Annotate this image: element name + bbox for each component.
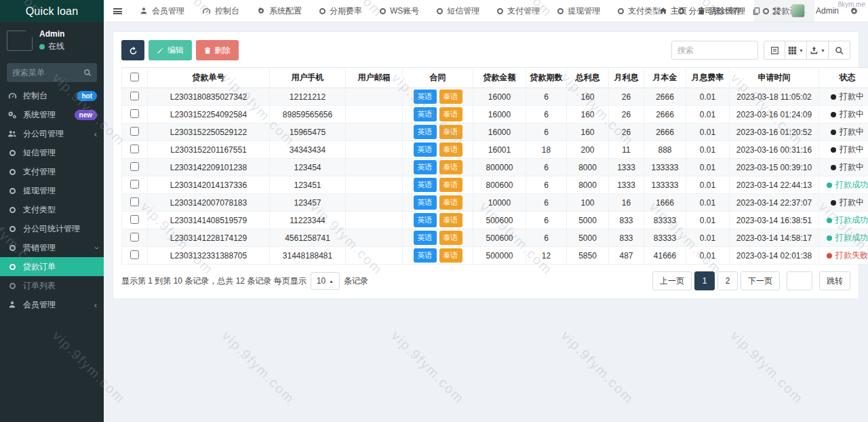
row-checkbox[interactable] (130, 127, 139, 136)
navbar-right: 主页 清除缓存 Admin (650, 0, 868, 22)
contract-english-button[interactable]: 英语 (414, 178, 437, 192)
contract-english-button[interactable]: 英语 (414, 107, 437, 121)
sidebar-item-支付类型[interactable]: 支付类型 (0, 200, 104, 219)
sidebar-item-会员管理[interactable]: 会员管理‹ (0, 295, 104, 314)
table-search-input[interactable] (671, 41, 758, 60)
hot-badge: hot (77, 91, 97, 101)
select-all-checkbox[interactable] (130, 73, 139, 81)
contract-english-button[interactable]: 英语 (414, 248, 437, 263)
fullscreen-icon[interactable] (772, 7, 781, 16)
navbar-username[interactable]: Admin (816, 6, 839, 16)
tab-分期费率[interactable]: 分期费率 (311, 0, 371, 22)
phone-cell: 123457 (270, 194, 346, 212)
order-id-cell: L2303142007078183 (148, 194, 270, 212)
page-button-2[interactable]: 2 (717, 271, 738, 290)
contract-thai-button[interactable]: 泰语 (439, 125, 462, 139)
edit-button[interactable]: 编辑 (149, 40, 192, 60)
page-button-1[interactable]: 1 (694, 271, 715, 290)
row-checkbox[interactable] (130, 109, 139, 118)
copy-icon[interactable] (752, 7, 761, 16)
row-checkbox[interactable] (130, 162, 139, 171)
clear-cache-link[interactable]: 清除缓存 (698, 5, 741, 17)
contract-thai-button[interactable]: 泰语 (439, 195, 462, 210)
next-page-button[interactable]: 下一页 (741, 271, 780, 290)
gear-icon (257, 7, 265, 15)
contract-thai-button[interactable]: 泰语 (439, 142, 462, 157)
sidebar-item-控制台[interactable]: 控制台hot (0, 86, 104, 105)
sidebar-item-分公司统计管理[interactable]: 分公司统计管理 (0, 219, 104, 238)
home-link[interactable]: 主页 (659, 5, 687, 17)
sidebar-item-label: 会员管理 (23, 299, 56, 311)
email-cell (346, 194, 403, 212)
prev-page-button[interactable]: 上一页 (652, 271, 692, 290)
tab-提现管理[interactable]: 提现管理 (549, 0, 609, 22)
jump-page-input[interactable] (787, 271, 812, 290)
row-checkbox[interactable] (130, 197, 139, 206)
tab-会员管理[interactable]: 会员管理 (131, 0, 193, 22)
month-interest-cell: 16 (609, 194, 644, 212)
row-checkbox[interactable] (130, 145, 139, 153)
row-checkbox[interactable] (130, 250, 139, 259)
contract-english-button[interactable]: 英语 (414, 195, 437, 210)
home-icon (659, 7, 667, 15)
sidebar-item-支付管理[interactable]: 支付管理 (0, 162, 104, 181)
refresh-button[interactable] (121, 40, 144, 60)
sidebar-item-分公司管理[interactable]: 分公司管理‹ (0, 124, 104, 143)
sidebar-search[interactable] (7, 63, 97, 82)
paging-toggle-button[interactable] (764, 41, 785, 60)
contract-english-button[interactable]: 英语 (414, 90, 437, 104)
rate-cell: 0.01 (686, 141, 730, 159)
status-badge: 打款中 (831, 197, 864, 208)
tab-短信管理[interactable]: 短信管理 (428, 0, 488, 22)
contract-thai-button[interactable]: 泰语 (439, 107, 462, 121)
contract-thai-button[interactable]: 泰语 (439, 213, 462, 227)
sidebar-item-短信管理[interactable]: 短信管理 (0, 143, 104, 162)
contract-thai-button[interactable]: 泰语 (439, 178, 462, 192)
row-checkbox[interactable] (130, 233, 139, 242)
delete-button[interactable]: 删除 (196, 40, 239, 60)
contract-english-button[interactable]: 英语 (414, 160, 437, 174)
periods-cell: 18 (526, 141, 567, 159)
contract-cell: 英语泰语 (403, 212, 473, 229)
hamburger-icon[interactable] (104, 0, 131, 22)
search-icon[interactable] (83, 69, 92, 77)
contract-thai-button[interactable]: 泰语 (439, 160, 462, 174)
tab-支付管理[interactable]: 支付管理 (488, 0, 549, 22)
contract-english-button[interactable]: 英语 (414, 231, 437, 245)
contract-cell: 英语泰语 (403, 229, 473, 247)
table-row: L230315225409258489859565656英语泰语16000616… (122, 106, 868, 123)
status-cell: 打款中 (819, 159, 868, 176)
export-button[interactable]: ▼ (807, 41, 829, 60)
tab-WS账号[interactable]: WS账号 (371, 0, 428, 22)
column-header-月本金: 月本金 (644, 68, 686, 88)
row-checkbox[interactable] (130, 180, 139, 189)
contract-thai-button[interactable]: 泰语 (439, 248, 462, 263)
contract-english-button[interactable]: 英语 (414, 125, 437, 139)
sidebar-item-系统管理[interactable]: 系统管理new (0, 105, 104, 124)
contract-english-button[interactable]: 英语 (414, 213, 437, 227)
sidebar-item-贷款订单[interactable]: 贷款订单 (0, 257, 104, 276)
sidebar-item-提现管理[interactable]: 提现管理 (0, 181, 104, 200)
sidebar-item-营销管理[interactable]: 营销管理‹ (0, 238, 104, 257)
circle-icon (557, 8, 564, 14)
search-toggle-button[interactable] (829, 41, 850, 60)
row-checkbox[interactable] (130, 92, 139, 100)
jump-button[interactable]: 跳转 (819, 271, 850, 290)
sidebar-search-input[interactable] (12, 68, 83, 77)
sidebar-item-订单列表[interactable]: 订单列表 (0, 276, 104, 295)
table-row: L23031412281741294561258741英语泰语500600650… (122, 229, 868, 247)
email-cell (346, 141, 403, 159)
columns-button[interactable]: ▼ (785, 41, 807, 60)
status-cell: 打款成功 (819, 229, 868, 247)
avatar[interactable] (791, 4, 805, 18)
row-checkbox[interactable] (130, 215, 139, 224)
phone-cell: 31448188481 (270, 247, 346, 265)
page-size-select[interactable]: 10 ▲ (311, 272, 340, 290)
contract-thai-button[interactable]: 泰语 (439, 231, 462, 245)
rate-cell: 0.01 (686, 106, 730, 123)
month-principal-cell: 2666 (644, 88, 686, 106)
tab-控制台[interactable]: 控制台 (193, 0, 248, 22)
tab-系统配置[interactable]: 系统配置 (248, 0, 311, 22)
contract-thai-button[interactable]: 泰语 (439, 90, 462, 104)
contract-english-button[interactable]: 英语 (414, 142, 437, 157)
